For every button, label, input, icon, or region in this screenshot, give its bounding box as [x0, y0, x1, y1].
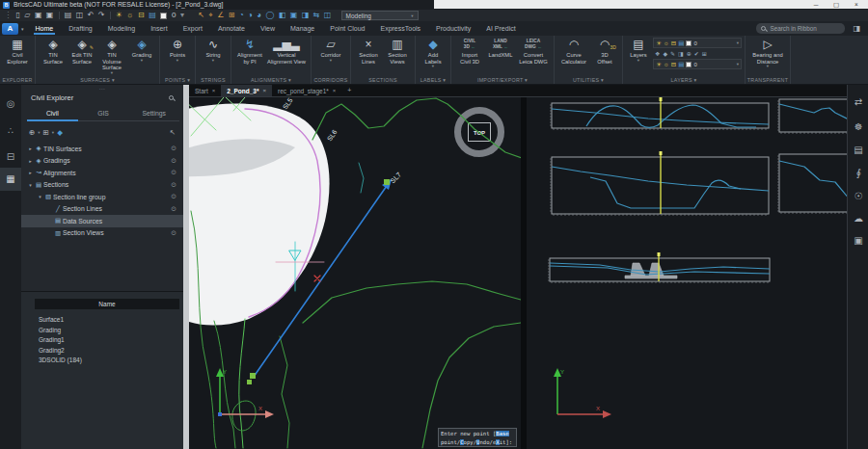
view-wire-icon[interactable]: ◯	[266, 10, 275, 21]
tree-expander-icon[interactable]: ▸	[27, 158, 34, 164]
tree-item-alignments[interactable]: ▸↝Alignments⊙	[21, 167, 183, 179]
pan-arrows-icon[interactable]: ⇄	[848, 96, 868, 107]
layer-tool-icon-4[interactable]: ⊕	[687, 50, 692, 57]
ribbon-panel-label[interactable]: EXPLORER	[0, 77, 35, 83]
ribbon-tab-productivity[interactable]: Productivity	[428, 21, 478, 36]
layer-color-swatch[interactable]	[686, 40, 692, 46]
style-brush-icon[interactable]: ◆	[57, 128, 63, 137]
layer-tool-icon-0[interactable]: ❖	[655, 50, 660, 57]
name-column-header[interactable]: Name	[35, 299, 179, 309]
workspace-dropdown[interactable]: Modeling ▾	[341, 11, 419, 20]
curve-calculator-button[interactable]: ◠CurveCalculator	[558, 37, 589, 76]
table-row[interactable]: 3DSOLID (184)	[39, 357, 82, 363]
section-view-chart[interactable]	[550, 258, 770, 281]
document-tab-2-pond-3-[interactable]: 2_Pond_3*×	[221, 85, 272, 96]
ribbon-panel-label[interactable]: POINTS ▾	[160, 77, 195, 83]
import-civil-3d-button[interactable]: CIVIL3D ←ImportCivil 3D	[455, 37, 484, 76]
table-row[interactable]: Grading	[39, 327, 61, 333]
ribbon-tab-home[interactable]: Home	[28, 21, 62, 36]
ribbon-panel-label[interactable]: IMPORT/EXPORT ▾	[451, 77, 554, 83]
structure-tree-icon[interactable]: ⊟	[0, 145, 21, 169]
layer-caret-icon[interactable]: ▾	[180, 10, 184, 21]
tree-item-section-lines[interactable]: ╱Section Lines⊙	[21, 203, 183, 216]
maximize-button[interactable]: ▢	[827, 0, 846, 9]
ribbon-tab-drafting[interactable]: Drafting	[61, 21, 100, 36]
layer-color-swatch[interactable]	[686, 62, 692, 67]
section-view-chart[interactable]	[552, 103, 769, 128]
dual-monitor-icon[interactable]: ◫	[324, 10, 332, 21]
layers-button[interactable]: ▤Layers▾	[627, 37, 650, 76]
panel-tab-gis[interactable]: GIS	[78, 107, 129, 120]
visibility-eye-icon[interactable]: ⊙	[171, 157, 176, 165]
ribbon-tab-expresstools[interactable]: ExpressTools	[372, 21, 428, 36]
tree-item-section-views[interactable]: ▥Section Views⊙	[21, 227, 183, 240]
layer-row-caret-icon[interactable]: ▾	[737, 40, 739, 45]
layers-stack-icon[interactable]: ▤	[848, 145, 868, 155]
vertical-alignment-view-button[interactable]: ▂▅▃VerticalAlignment View	[266, 37, 307, 76]
screen-icon[interactable]: ▣	[848, 235, 868, 246]
insert-icon[interactable]: ⊞	[43, 128, 49, 137]
layer-lock-icon[interactable]: ⊟	[138, 10, 145, 21]
view-shade-icon[interactable]: ◑	[248, 10, 253, 21]
civil-explorer-button[interactable]: ▦CivilExplorer	[4, 37, 31, 76]
visibility-eye-icon[interactable]: ⊙	[171, 169, 176, 176]
ribbon-panel-label[interactable]: CORRIDORS	[312, 77, 350, 83]
ribbon-panel-label[interactable]: LABELS ▾	[416, 77, 450, 83]
new-tab-button[interactable]: +	[341, 85, 357, 96]
section-view-chart[interactable]	[779, 99, 847, 132]
visibility-eye-icon[interactable]: ⊙	[171, 193, 176, 200]
right-viewport[interactable]: YX	[527, 97, 847, 449]
tree-expander-icon[interactable]: ▸	[27, 145, 34, 151]
add-labels-button[interactable]: ◆AddLabels▾	[420, 37, 447, 76]
tab-close-icon[interactable]: ×	[212, 88, 216, 93]
tree-item-sections[interactable]: ▾▤Sections⊙	[21, 179, 183, 192]
ribbon-tab-view[interactable]: View	[253, 21, 283, 36]
tab-close-icon[interactable]: ×	[263, 88, 267, 93]
ribbon-panel-label[interactable]: SECTIONS	[351, 77, 415, 83]
edit-tin-surface-button[interactable]: ◈✎Edit TINSurface	[68, 37, 95, 76]
undo-icon[interactable]: ↶	[88, 10, 95, 21]
current-color-swatch[interactable]	[160, 13, 167, 19]
application-caret-icon[interactable]: ▾	[21, 26, 24, 32]
swap-views-icon[interactable]: ⇆	[313, 10, 320, 21]
view-render-icon[interactable]: ◕	[257, 10, 261, 21]
insert-caret-icon[interactable]: ▾	[52, 130, 54, 135]
civil-explorer-dock-icon[interactable]: ▦	[0, 168, 21, 191]
bearing-and-distance-button[interactable]: ▷Bearing andDistance▾	[749, 37, 786, 76]
corridor-button[interactable]: ▱Corridor▾	[315, 37, 346, 76]
ribbon-tab-insert[interactable]: Insert	[143, 21, 176, 36]
view-orbit-icon[interactable]: ◔	[239, 10, 244, 21]
layer-plot-icon[interactable]: ▤	[149, 10, 156, 21]
ribbon-panel-label[interactable]: ALIGNMENTS ▾	[231, 77, 311, 83]
visibility-eye-icon[interactable]: ⊙	[171, 181, 176, 189]
minimize-button[interactable]: ─	[806, 0, 826, 9]
polar-tool-icon[interactable]: ∠	[217, 10, 224, 21]
close-button[interactable]: ×	[847, 0, 866, 9]
ribbon-search[interactable]: Search in Ribbon	[756, 23, 845, 34]
grading-button[interactable]: ◈Grading▾	[128, 37, 155, 76]
visibility-eye-icon[interactable]: ⊙	[171, 229, 176, 237]
cloud-icon[interactable]: ☁	[848, 213, 868, 224]
ribbon-tab-ai-predict[interactable]: AI Predict	[478, 21, 523, 36]
convert-leica-dwg-button[interactable]: LEICADWG ←ConvertLeica DWG	[517, 37, 550, 76]
layer-tool-icon-5[interactable]: ✔	[694, 50, 699, 57]
add-caret-icon[interactable]: ▾	[38, 130, 40, 135]
tree-item-tin-surfaces[interactable]: ▸◈TIN Surfaces⊙	[21, 143, 183, 155]
tree-expander-icon[interactable]: ▸	[27, 170, 34, 175]
layer-tool-icon-1[interactable]: ◆	[663, 50, 667, 57]
section-view-chart[interactable]	[779, 154, 847, 212]
map-pin-icon[interactable]: ◎	[0, 92, 21, 116]
string-button[interactable]: ∿String▾	[200, 37, 227, 76]
section-views-button[interactable]: ▥SectionViews	[384, 37, 411, 76]
current-layer-label[interactable]: 0	[172, 10, 176, 21]
tree-expander-icon[interactable]: ▾	[27, 182, 34, 188]
layer-tool-icon-3[interactable]: ◨	[678, 50, 684, 57]
balloon-icon[interactable]: ☉	[848, 191, 868, 201]
layer-state-icon-1[interactable]: ☼	[664, 40, 669, 46]
table-row[interactable]: Grading2	[39, 347, 65, 354]
layer-state-icon-0[interactable]: ☀	[656, 61, 662, 68]
add-icon[interactable]: ⊕	[29, 128, 35, 137]
ribbon-options-icon[interactable]: ◨	[853, 24, 860, 33]
panel-tab-civil[interactable]: Civil	[27, 107, 78, 120]
ribbon-tab-modeling[interactable]: Modeling	[100, 21, 143, 36]
